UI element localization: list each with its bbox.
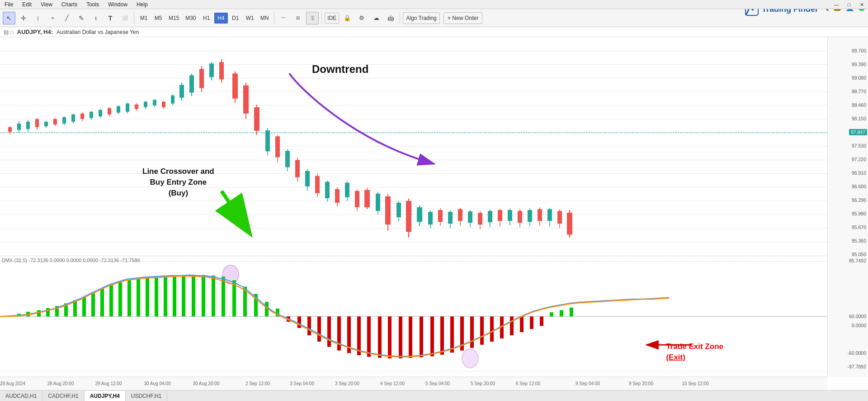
cloud-button[interactable]: ☁ [370,12,382,24]
svg-rect-63 [219,62,224,79]
svg-rect-117 [498,210,502,221]
svg-rect-192 [540,316,543,326]
tf-w1[interactable]: W1 [243,13,257,24]
price-level-95670: 95.670 [852,224,866,230]
tab-audjpy[interactable]: AUDJPY,H4 [85,391,126,401]
svg-rect-97 [396,203,401,217]
menu-window[interactable]: Window [106,1,129,8]
time-3sep04: 3 Sep 04:00 [290,381,314,386]
svg-rect-33 [80,114,84,119]
svg-rect-169 [317,316,321,342]
tf-m5[interactable]: M5 [151,13,165,24]
svg-rect-95 [385,196,391,224]
tab-usdchf[interactable]: USDCHF,H1 [126,391,167,401]
tab-audcad[interactable]: AUDCAD,H1 [0,391,42,401]
chart-container[interactable]: DMX (32,5) -72.3136 0.0000 0.0000 0.0000… [0,37,868,390]
time-29aug12: 29 Aug 12:00 [95,381,122,386]
svg-rect-151 [146,278,149,316]
hline-button[interactable]: ━ [46,12,59,24]
algo-trading-button[interactable]: Algo Trading [403,12,439,24]
time-5sep20: 5 Sep 20:00 [471,381,495,386]
svg-rect-87 [345,183,349,197]
svg-rect-23 [35,119,39,127]
svg-rect-17 [8,127,12,132]
svg-rect-77 [295,160,300,177]
menu-help[interactable]: Help [135,1,150,8]
chart-info-bar: ▤ □ AUDJPY, H4: Australian Dollar vs Jap… [0,27,868,37]
ide-button[interactable]: IDE [325,13,339,24]
dollar-button[interactable]: $ [306,12,319,24]
maximize-button[interactable]: □ [843,0,855,9]
svg-rect-156 [192,275,195,316]
close-button[interactable]: ✕ [855,0,868,9]
new-order-button[interactable]: + New Order [443,12,483,24]
chart-description: Australian Dollar vs Japanese Yen [57,29,139,35]
tf-m30[interactable]: M30 [183,13,198,24]
lock-button[interactable]: 🔒 [341,12,354,24]
svg-rect-21 [26,122,30,129]
channel-button[interactable]: ⫿ [90,12,102,24]
price-level-96600: 96.600 [852,184,866,189]
separator-2 [274,13,274,24]
menu-file[interactable]: File [3,1,15,8]
separator-3 [321,13,322,24]
shapes-button[interactable]: ⬜ [118,12,131,24]
tf-h4[interactable]: H4 [214,13,228,24]
svg-rect-59 [199,69,204,88]
svg-rect-111 [468,211,472,223]
line-chart-button[interactable]: 〰 [277,12,290,24]
ind-level-85749: 85.7492 [849,258,866,263]
menu-edit[interactable]: Edit [20,1,33,8]
plus-tool-button[interactable]: ✛ [17,12,30,24]
chart-type-icon: ▤ □ [4,29,14,35]
price-level-98150: 98.150 [852,116,866,121]
trendline-button[interactable]: ╱ [61,12,73,24]
svg-rect-195 [570,307,573,316]
menu-charts[interactable]: Charts [60,1,79,8]
price-level-96910: 96.910 [852,170,866,176]
tab-cadchf[interactable]: CADCHF,H1 [42,391,84,401]
svg-rect-185 [480,316,484,345]
bar-chart-button[interactable]: ⊟ [292,12,304,24]
menu-view[interactable]: View [39,1,54,8]
indicator-chart-svg [0,256,827,377]
svg-rect-194 [560,310,563,316]
indicator-chart[interactable] [0,256,827,377]
svg-rect-157 [202,275,205,316]
algo-settings-button[interactable]: ⚙ [355,12,368,24]
cursor-tool-button[interactable]: ↖ [3,12,15,24]
time-30aug20: 30 Aug 20:00 [193,381,220,386]
algo-icon-button[interactable]: 🤖 [384,12,397,24]
time-10sep12: 10 Sep 12:00 [682,381,709,386]
vertical-line-button[interactable]: | [32,12,44,24]
svg-rect-129 [557,211,562,224]
svg-rect-75 [285,151,290,167]
svg-rect-189 [510,316,514,335]
price-chart-svg [0,37,827,256]
price-axis: 99.700 99.390 99.080 98.770 98.460 98.15… [827,37,868,256]
svg-rect-83 [325,182,330,198]
svg-rect-35 [90,112,93,118]
tf-mn[interactable]: MN [258,13,272,24]
tf-m15[interactable]: M15 [166,13,182,24]
svg-rect-155 [182,275,185,316]
text-button[interactable]: T [104,12,117,24]
price-chart[interactable] [0,37,827,256]
time-5sep04: 5 Sep 04:00 [425,381,450,386]
svg-rect-73 [275,136,280,157]
menu-tools[interactable]: Tools [85,1,101,8]
tf-m1[interactable]: M1 [137,13,151,24]
minimize-button[interactable]: — [830,0,843,9]
svg-rect-91 [364,190,370,207]
svg-rect-109 [458,209,462,221]
indicator-axis: 85.7492 60.0000 0.0000 -60.0000 -97.7892 [827,256,868,377]
window-controls: — □ ✕ [830,0,868,9]
tf-h1[interactable]: H1 [200,13,213,24]
tf-d1[interactable]: D1 [229,13,242,24]
svg-rect-182 [450,316,454,353]
svg-rect-25 [44,122,48,126]
draw-button[interactable]: ✎ [75,12,88,24]
dmx-indicator-label: DMX (32,5) -72.3136 0.0000 0.0000 0.0000… [2,258,140,263]
svg-rect-107 [448,212,453,224]
svg-rect-176 [388,316,392,358]
